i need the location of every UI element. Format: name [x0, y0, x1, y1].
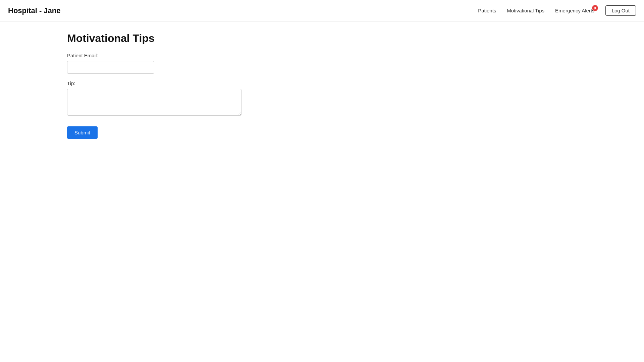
nav-emergency-alerts[interactable]: Emergency Alerts: [555, 8, 595, 13]
page-title: Motivational Tips: [67, 32, 644, 45]
app-logo: Hospital - Jane: [8, 6, 60, 15]
main-content: Motivational Tips Patient Email: Tip: Su…: [0, 21, 644, 139]
submit-button[interactable]: Submit: [67, 126, 98, 139]
patient-email-label: Patient Email:: [67, 53, 644, 58]
patient-email-input[interactable]: [67, 61, 154, 74]
logout-button[interactable]: Log Out: [605, 5, 636, 16]
nav-motivational-tips[interactable]: Motivational Tips: [507, 8, 544, 13]
nav-emergency-alerts-wrapper: Emergency Alerts 0: [555, 8, 595, 13]
tip-group: Tip:: [67, 80, 644, 117]
patient-email-group: Patient Email:: [67, 53, 644, 74]
tip-label: Tip:: [67, 80, 644, 86]
motivational-tips-form: Patient Email: Tip: Submit: [67, 53, 644, 139]
app-header: Hospital - Jane Patients Motivational Ti…: [0, 0, 644, 21]
nav-patients[interactable]: Patients: [478, 8, 496, 13]
emergency-alerts-badge: 0: [592, 5, 598, 11]
main-nav: Patients Motivational Tips Emergency Ale…: [478, 5, 636, 16]
tip-textarea[interactable]: [67, 89, 241, 116]
